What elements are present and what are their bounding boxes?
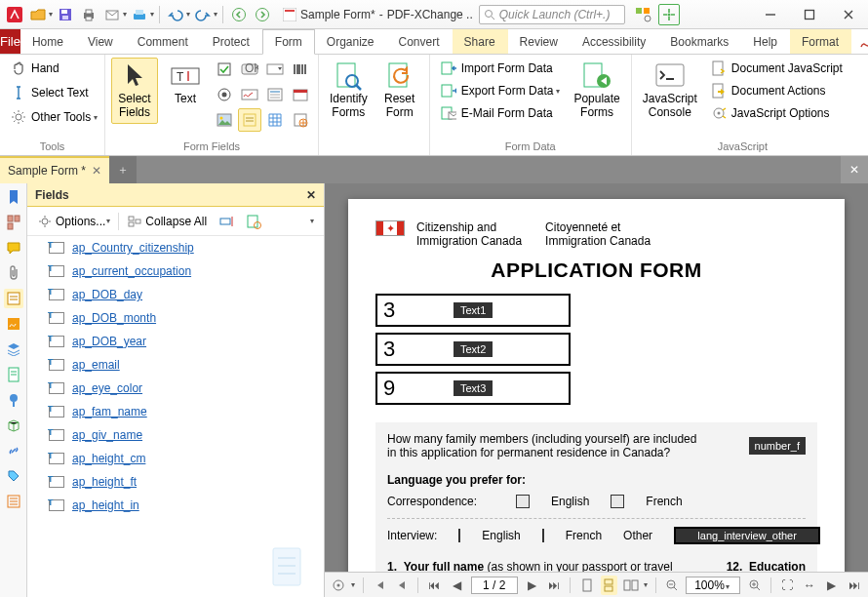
quick-launch-search[interactable]: Quick Launch (Ctrl+.) (479, 5, 625, 24)
field-row[interactable]: ap_fam_name (27, 400, 324, 423)
tab-accessibility[interactable]: Accessibility (571, 29, 658, 54)
field-row[interactable]: ap_height_cm (27, 447, 324, 470)
tab-organize[interactable]: Organize (315, 29, 387, 54)
links-pane-icon[interactable] (4, 441, 23, 460)
app-icon[interactable] (4, 4, 25, 25)
save-icon[interactable] (55, 4, 76, 25)
undo-icon[interactable] (165, 4, 186, 25)
zoom-field[interactable]: 100% ▾ (686, 577, 740, 594)
thumbnails-pane-icon[interactable] (4, 213, 23, 232)
tab-format[interactable]: Format (790, 29, 851, 54)
image-field-icon[interactable] (213, 108, 236, 132)
bookmarks-pane-icon[interactable] (4, 187, 23, 207)
page-number-field[interactable]: 1 / 2 (471, 577, 518, 594)
continuous-page-icon[interactable] (601, 576, 617, 595)
populate-forms-button[interactable]: Populate Forms (569, 58, 624, 124)
field-row[interactable]: ap_email (27, 353, 324, 377)
tab-bookmarks[interactable]: Bookmarks (658, 29, 741, 54)
form-field-text3[interactable]: 9Text3 (375, 372, 571, 405)
end-icon[interactable]: ⏭ (846, 576, 862, 595)
prev-page-button[interactable]: ◀ (449, 576, 465, 595)
field-row[interactable]: ap_height_ft (27, 470, 324, 494)
document-tab[interactable]: Sample Form *✕ (0, 156, 109, 183)
layers-pane-icon[interactable] (4, 339, 23, 359)
import-form-data[interactable]: Import Form Data (436, 58, 566, 79)
minimize-button[interactable] (751, 0, 790, 29)
dropdown-icon[interactable]: ▾ (214, 10, 217, 19)
document-actions[interactable]: Document Actions (706, 80, 848, 101)
new-tab-button[interactable]: ＋ (109, 156, 137, 183)
first-page-icon[interactable] (372, 576, 388, 595)
field-row[interactable]: ap_DOB_year (27, 330, 324, 353)
comments-pane-icon[interactable] (4, 238, 23, 258)
fit-width-icon[interactable]: ↔ (802, 576, 818, 595)
date-field-icon[interactable] (289, 83, 312, 106)
field-row[interactable]: ap_height_in (27, 494, 324, 517)
radio-en-intv[interactable] (458, 529, 460, 542)
identify-forms-button[interactable]: Identify Forms (325, 58, 373, 124)
field-row[interactable]: ap_giv_name (27, 423, 324, 447)
field-row[interactable]: ap_current_occupation (27, 259, 324, 283)
field-props-icon[interactable] (289, 108, 312, 132)
panel-menu-button[interactable]: ▾ (308, 215, 318, 227)
fields-pane-icon[interactable] (4, 289, 23, 308)
nav-back-icon[interactable] (228, 4, 250, 25)
select-text-tool[interactable]: Select Text (6, 82, 102, 103)
scan-icon[interactable] (129, 4, 150, 25)
print-icon[interactable] (78, 4, 99, 25)
next-page-button[interactable]: ▶ (524, 576, 540, 595)
properties-pane-icon[interactable] (4, 492, 23, 511)
grid-icon[interactable] (263, 108, 287, 132)
email-form-data[interactable]: E-Mail Form Data (436, 102, 566, 124)
ui-options-icon[interactable] (633, 4, 654, 25)
destinations-pane-icon[interactable] (4, 390, 23, 410)
close-button[interactable] (829, 0, 868, 29)
panel-options-button[interactable]: Options...▾ (33, 212, 114, 231)
button-field-icon[interactable]: OK (238, 58, 261, 81)
attachments-pane-icon[interactable] (4, 263, 23, 283)
barcode-field-icon[interactable] (289, 58, 312, 81)
nav-fwd-icon[interactable] (252, 4, 273, 25)
dropdown-icon[interactable]: ▾ (186, 10, 190, 19)
dropdown-icon[interactable]: ▾ (150, 10, 154, 19)
field-row[interactable]: ap_Country_citizenship (27, 236, 324, 259)
zoom-out-button[interactable] (663, 576, 680, 595)
two-page-icon[interactable] (623, 576, 640, 595)
field-row[interactable]: ap_DOB_month (27, 306, 324, 330)
hand-tool[interactable]: Hand (6, 58, 102, 79)
export-form-data[interactable]: Export Form Data▾ (436, 80, 566, 101)
form-field-text2[interactable]: 3Text2 (375, 333, 571, 366)
tab-file[interactable]: File (0, 29, 20, 54)
maximize-button[interactable] (790, 0, 829, 29)
redo-icon[interactable] (192, 4, 214, 25)
close-all-button[interactable]: ✕ (841, 156, 868, 183)
email-icon[interactable] (101, 4, 123, 25)
form-field-number[interactable]: number_f (749, 437, 806, 455)
panel-close-icon[interactable]: ✕ (306, 188, 316, 202)
launch-icon[interactable] (658, 4, 680, 25)
3dviews-pane-icon[interactable] (4, 416, 23, 435)
prev-page-icon[interactable] (393, 576, 410, 595)
tab-view[interactable]: View (76, 29, 126, 54)
tab-review[interactable]: Review (508, 29, 571, 54)
fit-page-icon[interactable]: ⛶ (779, 576, 796, 595)
dropdown-icon[interactable]: ▾ (123, 10, 127, 19)
signature-field-icon[interactable] (238, 83, 261, 106)
other-tools[interactable]: Other Tools▾ (6, 106, 102, 128)
js-console-button[interactable]: JavaScript Console (638, 58, 702, 124)
field-row[interactable]: ap_eye_color (27, 377, 324, 400)
options-icon[interactable] (331, 576, 347, 595)
fields-list[interactable]: ap_Country_citizenship ap_current_occupa… (27, 236, 324, 597)
single-page-icon[interactable] (578, 576, 595, 595)
tab-form[interactable]: Form (262, 29, 315, 55)
next-icon[interactable]: ▶ (823, 576, 840, 595)
tab-help[interactable]: Help (741, 29, 790, 54)
rename-button[interactable] (215, 212, 238, 231)
document-scroll[interactable]: ✦ Citizenship andImmigration Canada Cito… (325, 183, 868, 572)
radio-fr-intv[interactable] (542, 529, 544, 542)
tab-protect[interactable]: Protect (201, 29, 262, 54)
radio-fr-corr[interactable] (611, 495, 624, 508)
tab-convert[interactable]: Convert (387, 29, 453, 54)
sign-icon[interactable] (859, 34, 868, 50)
javascript-options[interactable]: JavaScript Options (706, 102, 848, 124)
